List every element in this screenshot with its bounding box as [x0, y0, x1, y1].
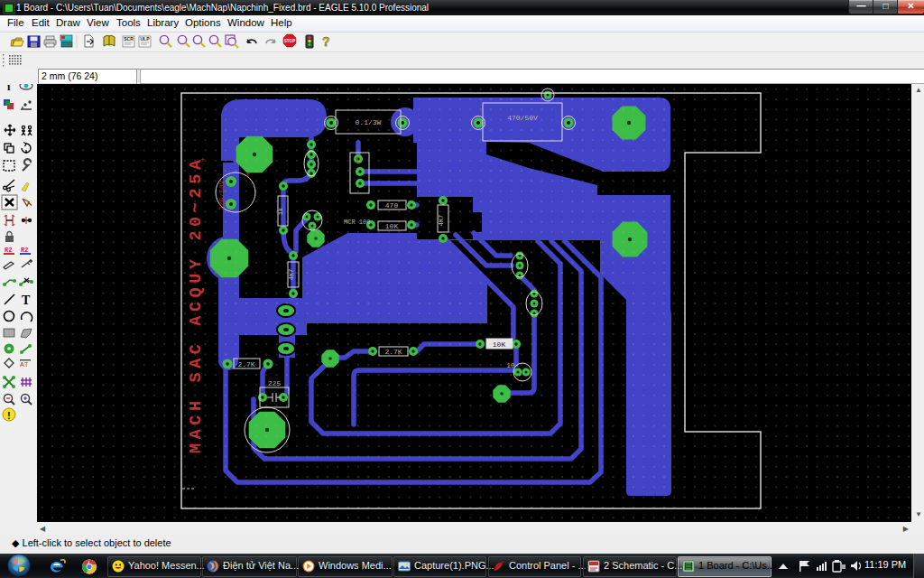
svg-text:ULP: ULP	[141, 36, 151, 42]
svg-text:R2: R2	[5, 247, 12, 254]
svg-text:!: !	[7, 410, 11, 421]
svg-text:T: T	[22, 294, 31, 307]
svg-text:i: i	[7, 84, 11, 93]
svg-text:?: ?	[322, 34, 330, 49]
svg-text:AT: AT	[20, 360, 29, 368]
svg-text:STOP: STOP	[284, 39, 295, 43]
svg-text:R2: R2	[21, 247, 28, 254]
svg-text:SCR: SCR	[124, 36, 134, 42]
